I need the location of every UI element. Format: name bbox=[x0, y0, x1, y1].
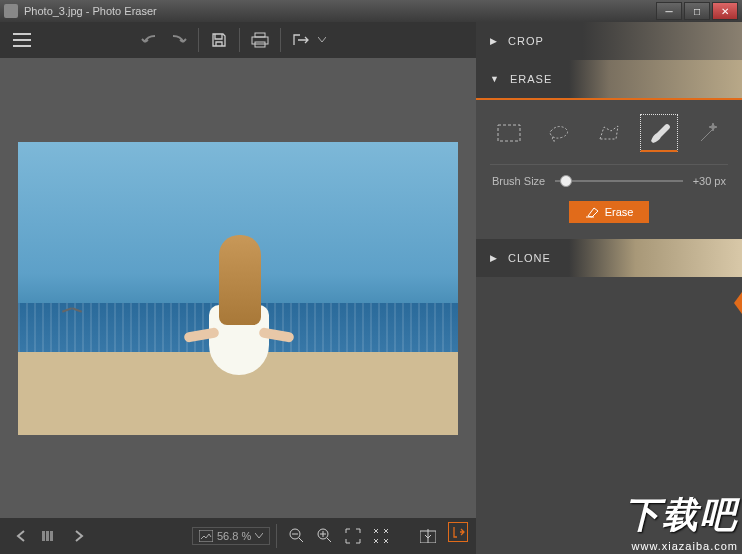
save-button[interactable] bbox=[205, 26, 233, 54]
brush-tool[interactable] bbox=[640, 114, 678, 152]
magic-wand-tool[interactable] bbox=[690, 114, 728, 152]
compare-button[interactable] bbox=[414, 522, 442, 550]
erase-section-header[interactable]: ▼ ERASE bbox=[476, 60, 742, 98]
chevron-down-icon bbox=[255, 533, 263, 539]
svg-rect-1 bbox=[252, 37, 268, 44]
chevron-down-icon: ▼ bbox=[490, 74, 500, 84]
minimize-button[interactable]: ─ bbox=[656, 2, 682, 20]
brush-size-label: Brush Size bbox=[492, 175, 545, 187]
erase-button[interactable]: Erase bbox=[569, 201, 650, 223]
prev-image-button[interactable] bbox=[8, 522, 36, 550]
canvas-area[interactable] bbox=[0, 58, 476, 518]
revert-button[interactable] bbox=[448, 522, 468, 542]
zoom-in-button[interactable] bbox=[311, 522, 339, 550]
expand-panel-tab[interactable] bbox=[734, 292, 742, 314]
bird-graphic bbox=[62, 306, 82, 314]
svg-rect-0 bbox=[255, 33, 265, 37]
actual-size-button[interactable] bbox=[367, 522, 395, 550]
side-panel: ▶ CROP ▼ ERASE bbox=[476, 22, 742, 554]
slider-thumb[interactable] bbox=[560, 175, 572, 187]
fit-screen-button[interactable] bbox=[339, 522, 367, 550]
app-icon bbox=[4, 4, 18, 18]
next-image-button[interactable] bbox=[64, 522, 92, 550]
top-toolbar bbox=[0, 22, 476, 58]
undo-button[interactable] bbox=[136, 26, 164, 54]
chevron-right-icon: ▶ bbox=[490, 36, 498, 46]
thumbnail-strip-button[interactable] bbox=[36, 522, 64, 550]
window-title: Photo_3.jpg - Photo Eraser bbox=[24, 5, 656, 17]
menu-button[interactable] bbox=[8, 26, 36, 54]
image-icon bbox=[199, 530, 213, 542]
maximize-button[interactable]: □ bbox=[684, 2, 710, 20]
svg-rect-4 bbox=[46, 531, 49, 541]
close-button[interactable]: ✕ bbox=[712, 2, 738, 20]
erase-panel-body: Brush Size +30 px Erase bbox=[476, 100, 742, 239]
redo-button[interactable] bbox=[164, 26, 192, 54]
rectangle-select-tool[interactable] bbox=[490, 114, 528, 152]
titlebar: Photo_3.jpg - Photo Eraser ─ □ ✕ bbox=[0, 0, 742, 22]
erase-button-label: Erase bbox=[605, 206, 634, 218]
clone-section-header[interactable]: ▶ CLONE bbox=[476, 239, 742, 277]
eraser-icon bbox=[585, 206, 599, 218]
zoom-out-button[interactable] bbox=[283, 522, 311, 550]
svg-rect-10 bbox=[498, 125, 520, 141]
photo-canvas[interactable] bbox=[18, 142, 458, 435]
svg-rect-5 bbox=[50, 531, 53, 541]
polygon-select-tool[interactable] bbox=[590, 114, 628, 152]
export-dropdown-icon[interactable] bbox=[315, 26, 329, 54]
lasso-select-tool[interactable] bbox=[540, 114, 578, 152]
brush-size-value: +30 px bbox=[693, 175, 726, 187]
print-button[interactable] bbox=[246, 26, 274, 54]
zoom-value: 56.8 % bbox=[217, 530, 251, 542]
clone-label: CLONE bbox=[508, 252, 551, 264]
crop-label: CROP bbox=[508, 35, 544, 47]
person-graphic bbox=[194, 235, 284, 415]
zoom-display[interactable]: 56.8 % bbox=[192, 527, 270, 545]
chevron-right-icon: ▶ bbox=[490, 253, 498, 263]
erase-label: ERASE bbox=[510, 73, 552, 85]
export-button[interactable] bbox=[287, 26, 315, 54]
brush-size-slider[interactable] bbox=[555, 180, 682, 182]
crop-section-header[interactable]: ▶ CROP bbox=[476, 22, 742, 60]
bottom-toolbar: 56.8 % bbox=[0, 518, 476, 554]
svg-rect-3 bbox=[42, 531, 45, 541]
